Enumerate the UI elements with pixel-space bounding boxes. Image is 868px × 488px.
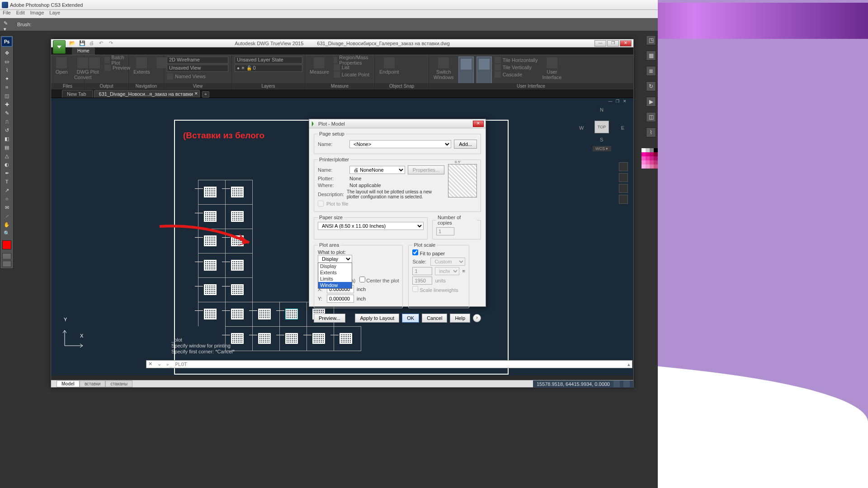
option-display[interactable]: Display xyxy=(318,263,352,269)
stamp-tool-icon[interactable]: ⎍ xyxy=(1,117,12,126)
preview-button[interactable]: Preview xyxy=(104,64,130,71)
nav-zoom-icon[interactable] xyxy=(619,184,628,193)
layers-palette-icon[interactable]: ≣ xyxy=(646,66,656,76)
hand-tool-icon[interactable]: ✋ xyxy=(1,221,12,229)
viewcube[interactable]: N S E W TOP WCS ▾ xyxy=(579,107,624,152)
crop-tool-icon[interactable]: ⌗ xyxy=(1,83,12,91)
history-brush-icon[interactable]: ↺ xyxy=(1,126,12,134)
layerstate-combo[interactable]: Unsaved Layer State xyxy=(235,56,302,64)
page-setup-combo[interactable]: <None> xyxy=(349,140,451,148)
batch-plot-button[interactable]: Batch Plot xyxy=(104,56,130,63)
ps-menu-layer[interactable]: Laye xyxy=(49,10,60,18)
ps-logo-tile[interactable]: Ps xyxy=(1,37,12,47)
plot-to-file-check[interactable] xyxy=(318,201,324,206)
expand-dialog-button[interactable]: › xyxy=(473,314,481,322)
scale-lw-check[interactable] xyxy=(412,286,418,292)
pen-tool-icon[interactable]: ✒ xyxy=(1,169,12,177)
ps-menu-edit[interactable]: Edit xyxy=(16,10,25,18)
layout-tab-model[interactable]: Model xyxy=(57,380,80,387)
ps-menubar[interactable]: File Edit Image Laye xyxy=(0,10,658,18)
screenmode-icon[interactable] xyxy=(2,261,11,267)
layer-combo[interactable]: ● ☀ 🔓 0 xyxy=(235,65,302,72)
osnap-mid-icon[interactable] xyxy=(403,58,410,65)
cascade-button[interactable]: Cascade xyxy=(495,71,538,78)
option-window[interactable]: Window xyxy=(318,282,352,288)
healing-tool-icon[interactable]: ✚ xyxy=(1,100,12,108)
cmd-collapse-icon[interactable]: ▴ xyxy=(627,361,630,367)
close-button[interactable]: ✕ xyxy=(620,40,632,47)
nav-wheel-icon[interactable] xyxy=(619,162,628,171)
wand-tool-icon[interactable]: ✦ xyxy=(1,75,12,83)
tile-v-button[interactable]: Tile Vertically xyxy=(495,64,538,70)
scale-combo[interactable]: Custom xyxy=(430,258,465,266)
osnap-cen-icon[interactable] xyxy=(412,58,418,65)
maximize-button[interactable]: ❐ xyxy=(607,40,619,47)
scale-den-field[interactable] xyxy=(412,277,432,285)
ok-button[interactable]: OK xyxy=(402,314,419,323)
named-views-button[interactable]: Named Views xyxy=(167,73,229,80)
cmd-recent-icon[interactable]: ⌄ xyxy=(157,361,164,367)
option-limits[interactable]: Limits xyxy=(318,276,352,282)
brush-tool-icon[interactable]: ✎ xyxy=(1,109,12,117)
namedview-combo[interactable]: Unsaved View xyxy=(167,65,228,72)
offset-y-field[interactable] xyxy=(327,295,354,303)
plot-titlebar[interactable]: Plot - Model ✕ xyxy=(309,119,486,128)
what-to-plot-combo[interactable]: Display xyxy=(318,255,352,263)
new-tab-button[interactable]: + xyxy=(202,91,209,98)
layout-tab-1[interactable]: вставки xyxy=(80,380,106,387)
mdi-min-icon[interactable]: — xyxy=(607,99,613,104)
layout-tab-2[interactable]: стаканы xyxy=(105,380,132,387)
scale-unit-combo[interactable]: inches xyxy=(435,267,459,275)
locatepoint-button[interactable]: Locate Point xyxy=(334,71,372,78)
lasso-tool-icon[interactable]: ⌇ xyxy=(1,66,12,74)
foreground-swatch[interactable] xyxy=(2,240,11,249)
massprops-button[interactable]: Region/Mass Properties xyxy=(334,56,372,63)
qat-save-icon[interactable]: 💾 xyxy=(79,40,85,47)
qat-undo-icon[interactable]: ↶ xyxy=(99,40,105,47)
gradient-tool-icon[interactable]: ▤ xyxy=(1,143,12,151)
option-extents[interactable]: Extents xyxy=(318,269,352,276)
tab-new[interactable]: New Tab xyxy=(62,90,93,98)
application-menu-button[interactable] xyxy=(53,40,66,54)
scale-num-field[interactable] xyxy=(412,267,432,275)
minimize-button[interactable]: — xyxy=(594,40,606,47)
eraser-tool-icon[interactable]: ◧ xyxy=(1,135,12,143)
color-palette-icon[interactable]: ▦ xyxy=(646,51,656,61)
ps-menu-image[interactable]: Image xyxy=(30,10,44,18)
qat-redo-icon[interactable]: ↷ xyxy=(109,40,115,47)
zoom-tool-icon[interactable]: 🔍 xyxy=(1,229,12,237)
tab-current[interactable]: 631_Divage_Новоси...я_заказ на вставки✕ xyxy=(94,90,200,98)
osnap-perp-icon[interactable] xyxy=(412,66,418,72)
nav-pan-icon[interactable] xyxy=(619,173,628,182)
visualstyle-combo[interactable]: 2D Wireframe xyxy=(167,56,228,64)
ribbon-tab-home[interactable]: Home xyxy=(72,47,95,55)
history-palette-icon[interactable]: ↻ xyxy=(646,81,656,91)
notes-tool-icon[interactable]: ✉ xyxy=(1,203,12,211)
type-tool-icon[interactable]: T xyxy=(1,178,12,186)
eyedropper-tool-icon[interactable]: ⟋ xyxy=(1,212,12,220)
slice-tool-icon[interactable]: ◫ xyxy=(1,92,12,100)
apply-layout-button[interactable]: Apply to Layout xyxy=(355,314,399,323)
mdi-max-icon[interactable]: ❐ xyxy=(614,99,621,104)
command-line[interactable]: ✕ ⌄ ▹_ PLOT ▴ xyxy=(146,360,632,368)
ucs-menu[interactable]: WCS ▾ xyxy=(593,146,611,151)
tile-h-button[interactable]: Tile Horizontally xyxy=(495,56,538,63)
copies-field[interactable] xyxy=(436,227,454,235)
blur-tool-icon[interactable]: △ xyxy=(1,152,12,160)
plotter-name-combo[interactable]: 🖨 NoneNone xyxy=(349,166,405,174)
cmd-close-icon[interactable]: ✕ xyxy=(148,361,155,367)
add-button[interactable]: Add... xyxy=(454,140,477,149)
osnap-ext-icon[interactable] xyxy=(403,66,410,72)
dwg-titlebar[interactable]: 📂 💾 🖨 ↶ ↷ Autodesk DWG TrueView 2015 631… xyxy=(51,39,633,47)
path-tool-icon[interactable]: ↗ xyxy=(1,186,12,194)
paper-size-combo[interactable]: ANSI A (8.50 x 11.00 Inches) xyxy=(318,222,424,230)
properties-button[interactable]: Properties... xyxy=(408,165,444,174)
osnap-near-icon[interactable] xyxy=(420,66,427,72)
channels-palette-icon[interactable]: ◫ xyxy=(646,112,656,122)
quickmask-icon[interactable] xyxy=(2,253,11,259)
actions-palette-icon[interactable]: ▶ xyxy=(646,97,656,107)
center-plot-check[interactable] xyxy=(359,277,365,282)
preview-button[interactable]: Preview... xyxy=(314,314,345,323)
list-button[interactable]: List xyxy=(334,64,372,70)
shape-tool-icon[interactable]: ○ xyxy=(1,195,12,203)
